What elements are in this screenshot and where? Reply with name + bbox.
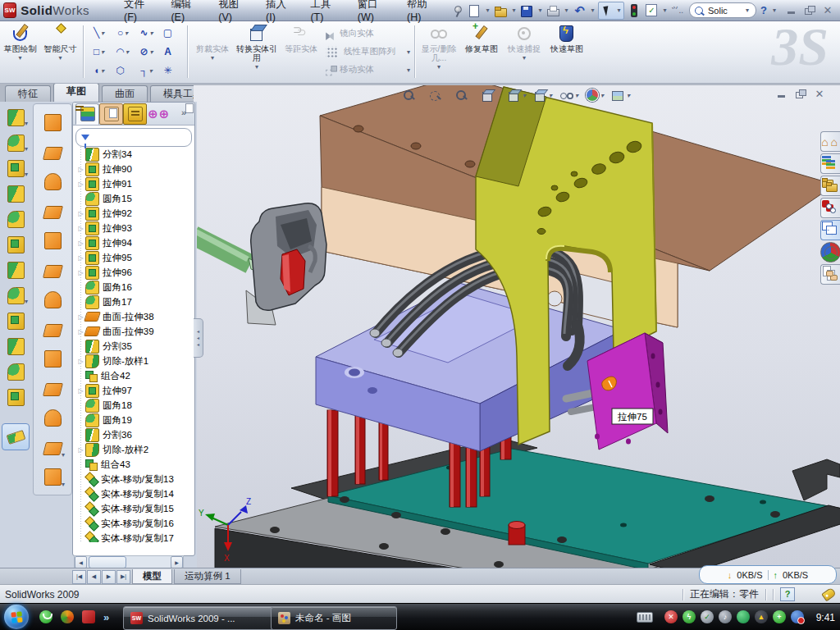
menu-item[interactable]: 插入(I) — [254, 0, 299, 25]
expand-arrow[interactable] — [76, 225, 85, 232]
task-pane-tab[interactable] — [820, 220, 840, 240]
tree-item[interactable]: 切除-放样2 — [75, 442, 182, 457]
scroll-left-button[interactable]: ◀ — [75, 556, 87, 568]
menu-item[interactable]: 帮助(H) — [395, 0, 443, 25]
tree-item[interactable]: 曲面-拉伸39 — [75, 324, 182, 339]
surface-tool-button[interactable] — [39, 373, 66, 403]
help-button[interactable]: ? — [759, 3, 769, 18]
toolbar-big-button[interactable]: 智能尺寸 — [40, 21, 80, 83]
save-button[interactable] — [519, 3, 534, 18]
tree-item[interactable]: 组合42 — [75, 368, 182, 383]
tray-icon[interactable]: ▲ — [755, 610, 768, 623]
toolbar-overflow-icon[interactable]: ⺍.. — [670, 3, 683, 18]
feature-tool-button[interactable] — [2, 156, 29, 181]
study-tab[interactable]: 模型 — [132, 569, 172, 584]
taskbar-task-solidworks[interactable]: SW SolidWorks 2009 - ... — [123, 606, 277, 630]
taskbar-task-paint[interactable]: 未命名 - 画图 — [271, 606, 397, 630]
expand-arrow[interactable] — [76, 240, 85, 247]
close-button[interactable]: ✕ — [822, 5, 833, 16]
surface-tool-button[interactable] — [39, 285, 66, 314]
sketch-tool[interactable]: ✳ — [159, 62, 183, 80]
toolbar-stack-button[interactable]: 移动实体 — [323, 61, 412, 79]
graphics-viewport[interactable]: Y Z X 拉伸75 — [194, 85, 840, 568]
menu-item[interactable]: 文件(F) — [112, 0, 159, 25]
surface-tool-button[interactable] — [39, 314, 66, 344]
expand-arrow[interactable] — [76, 180, 85, 188]
sketch-tool[interactable]: ┐ — [135, 62, 159, 80]
surface-tool-button[interactable] — [39, 403, 66, 432]
toolbar-big-button[interactable]: 快速草图 — [546, 21, 588, 83]
restore-button[interactable] — [804, 5, 815, 16]
view-tool[interactable] — [507, 89, 527, 103]
ribbon-tab[interactable]: 曲面 — [102, 85, 148, 102]
toolbar-stack-button[interactable]: 镜向实体 — [323, 25, 412, 43]
toolbar-big-button[interactable]: 修复草图 — [460, 21, 503, 83]
task-pane-tab[interactable] — [820, 131, 840, 152]
task-pane-tab[interactable] — [820, 198, 840, 218]
tree-item[interactable]: 圆角15 — [75, 191, 182, 206]
start-button[interactable] — [4, 605, 29, 629]
tag-icon[interactable] — [821, 587, 837, 602]
surface-tool-button[interactable] — [39, 255, 66, 285]
tree-item[interactable]: 拉伸92 — [75, 206, 182, 221]
toolbar-big-button[interactable]: 草图绘制 — [0, 21, 40, 83]
tray-icon[interactable]: + — [773, 610, 786, 623]
quick-tips-button[interactable]: ? — [780, 587, 795, 601]
tree-filter-box[interactable] — [75, 128, 192, 147]
tray-icon[interactable]: ♪ — [719, 610, 732, 623]
sketch-tool[interactable]: ◠ — [112, 43, 135, 62]
sketch-tool[interactable]: ▢ — [159, 24, 183, 43]
menu-item[interactable]: 编辑(E) — [159, 0, 207, 25]
view-tool[interactable] — [533, 89, 554, 103]
tray-icon[interactable]: ϟ — [682, 610, 696, 623]
expand-arrow[interactable] — [76, 166, 85, 173]
expand-arrow[interactable] — [76, 446, 85, 454]
toolbar-stack-button[interactable]: 线性草图阵列 — [323, 43, 412, 61]
taskbar-clock[interactable]: 9:41 — [816, 612, 835, 623]
tree-item[interactable]: 圆角16 — [75, 280, 182, 294]
surface-tool-button[interactable] — [39, 344, 66, 373]
view-tool[interactable] — [454, 89, 475, 103]
print-button[interactable] — [546, 3, 560, 18]
tree-item[interactable]: 圆角18 — [75, 398, 182, 413]
surface-tool-button[interactable] — [39, 432, 66, 462]
pin-toolbar-icon[interactable] — [450, 3, 464, 18]
new-document-button[interactable] — [467, 3, 482, 18]
view-tool[interactable] — [611, 89, 632, 103]
quick-launch-icon[interactable] — [61, 610, 74, 623]
view-tool[interactable] — [481, 89, 501, 103]
tree-item[interactable]: 分割36 — [75, 427, 182, 442]
feature-tool-button[interactable] — [2, 207, 29, 232]
select-tool-button[interactable] — [598, 2, 624, 20]
feature-tool-button[interactable] — [2, 105, 29, 130]
minimize-button[interactable] — [786, 5, 797, 16]
surface-tool-button[interactable] — [39, 137, 66, 167]
study-tab[interactable]: 运动算例 1 — [174, 569, 241, 584]
feature-tool-button[interactable] — [2, 308, 29, 334]
toolbar-big-button[interactable]: 转换实体引用 — [235, 21, 279, 83]
scroll-right-button[interactable]: ▶ — [171, 556, 183, 568]
expand-arrow[interactable] — [76, 269, 85, 276]
tree-item[interactable]: 实体-移动/复制15 — [75, 501, 182, 516]
sketch-tool[interactable]: ◖ — [88, 62, 112, 80]
surface-tool-button[interactable] — [39, 226, 66, 255]
tree-item[interactable]: 实体-移动/复制17 — [75, 531, 182, 542]
tree-item[interactable]: 拉伸95 — [75, 250, 182, 265]
view-tool[interactable] — [428, 89, 449, 103]
sketch-tool[interactable]: ⬡ — [112, 62, 135, 80]
feature-tool-button[interactable] — [2, 359, 29, 385]
toolbar-big-button[interactable]: 等距实体 — [279, 21, 323, 83]
doc-minimize-button[interactable] — [776, 89, 788, 99]
surface-tool-button[interactable] — [39, 462, 66, 491]
feature-tool-button[interactable] — [2, 258, 29, 283]
feature-tool-button[interactable] — [2, 385, 29, 410]
surface-tool-button[interactable] — [39, 107, 66, 137]
input-method-icon[interactable] — [637, 612, 653, 623]
tree-item[interactable]: 实体-移动/复制14 — [75, 486, 182, 501]
toolbar-big-button[interactable]: 剪裁实体 — [190, 21, 235, 83]
tray-icon[interactable]: ✕ — [664, 610, 678, 623]
feature-tool-button[interactable] — [2, 334, 29, 359]
tree-item[interactable]: 拉伸93 — [75, 221, 182, 235]
undo-button[interactable]: ↶ — [572, 3, 587, 18]
surface-tool-button[interactable] — [39, 167, 66, 196]
